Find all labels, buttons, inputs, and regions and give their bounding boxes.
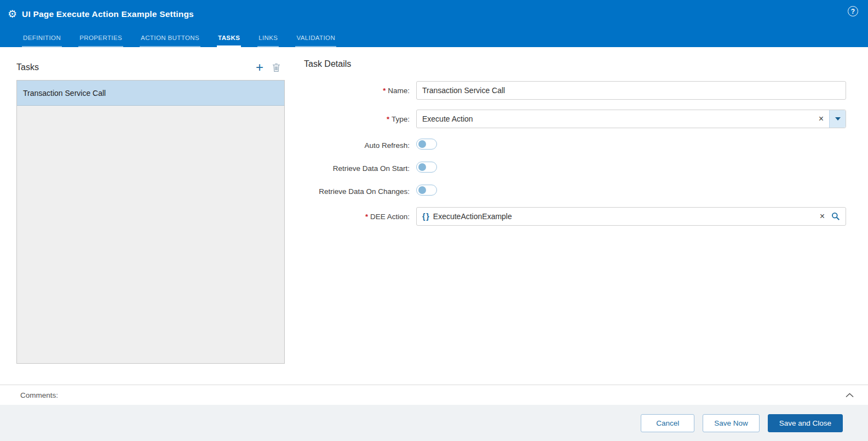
dee-action-row: * DEE Action: { } ExecuteActionExample × [304, 207, 846, 226]
settings-window: ⚙ UI Page Execute Action Example Setting… [0, 0, 868, 441]
footer: Cancel Save Now Save and Close [0, 405, 868, 441]
type-label-text: Type: [392, 115, 410, 123]
retrieve-on-changes-label-text: Retrieve Data On Changes: [319, 187, 410, 196]
braces-icon: { } [417, 212, 432, 221]
dee-action-value: ExecuteActionExample [432, 212, 814, 221]
save-now-button[interactable]: Save Now [703, 414, 760, 432]
type-control: Execute Action × [416, 110, 846, 128]
comments-bar[interactable]: Comments: [0, 385, 868, 405]
tab-bar: DEFINITION PROPERTIES ACTION BUTTONS TAS… [0, 22, 868, 47]
chevron-up-icon[interactable] [843, 391, 856, 400]
required-asterisk: * [387, 115, 389, 123]
retrieve-on-changes-control [416, 185, 846, 198]
auto-refresh-label: Auto Refresh: [304, 141, 416, 150]
dee-action-label: * DEE Action: [304, 213, 416, 221]
name-control [416, 81, 846, 100]
add-task-icon[interactable]: + [256, 62, 263, 73]
auto-refresh-control [416, 139, 846, 152]
name-input[interactable] [416, 81, 846, 100]
retrieve-on-start-control [416, 162, 846, 175]
task-details-title: Task Details [304, 59, 846, 69]
name-label: * Name: [304, 87, 416, 95]
name-label-text: Name: [388, 87, 410, 95]
type-row: * Type: Execute Action × [304, 110, 846, 128]
required-asterisk: * [365, 213, 368, 221]
task-list: Transaction Service Call [16, 80, 285, 364]
retrieve-on-start-toggle[interactable] [416, 162, 437, 173]
auto-refresh-toggle[interactable] [416, 139, 437, 150]
dee-action-lookup[interactable]: { } ExecuteActionExample × [416, 207, 846, 226]
retrieve-on-start-label: Retrieve Data On Start: [304, 164, 416, 173]
page-title: UI Page Execute Action Example Settings [22, 9, 194, 19]
dee-action-label-text: DEE Action: [370, 213, 410, 221]
dropdown-button[interactable] [829, 110, 846, 128]
clear-icon[interactable]: × [813, 110, 829, 128]
retrieve-on-changes-row: Retrieve Data On Changes: [304, 184, 846, 198]
save-and-close-button[interactable]: Save and Close [768, 414, 843, 432]
auto-refresh-label-text: Auto Refresh: [364, 141, 410, 150]
tab-validation[interactable]: VALIDATION [295, 35, 336, 47]
main-content: Tasks + Transaction Service Call Task De… [0, 47, 868, 385]
tasks-panel-actions: + [256, 62, 285, 73]
search-icon[interactable] [830, 212, 846, 221]
tab-tasks[interactable]: TASKS [217, 35, 241, 47]
auto-refresh-row: Auto Refresh: [304, 138, 846, 152]
task-list-item[interactable]: Transaction Service Call [17, 81, 284, 106]
type-combobox[interactable]: Execute Action × [416, 110, 846, 128]
retrieve-on-start-row: Retrieve Data On Start: [304, 161, 846, 175]
retrieve-on-changes-label: Retrieve Data On Changes: [304, 187, 416, 196]
name-row: * Name: [304, 81, 846, 100]
clear-icon[interactable]: × [814, 208, 830, 225]
tab-definition[interactable]: DEFINITION [22, 35, 62, 47]
type-value: Execute Action [417, 114, 813, 123]
type-label: * Type: [304, 115, 416, 123]
tasks-panel-title: Tasks [16, 62, 39, 72]
chevron-down-icon [835, 117, 841, 121]
task-details-panel: Task Details * Name: * Type: [304, 47, 846, 385]
tasks-panel: Tasks + Transaction Service Call [16, 47, 285, 385]
header: ⚙ UI Page Execute Action Example Setting… [0, 0, 868, 47]
dee-action-control: { } ExecuteActionExample × [416, 207, 846, 226]
required-asterisk: * [383, 87, 386, 95]
delete-task-icon[interactable] [272, 63, 280, 72]
title-bar: ⚙ UI Page Execute Action Example Setting… [0, 0, 868, 22]
tab-action-buttons[interactable]: ACTION BUTTONS [140, 35, 200, 47]
tab-links[interactable]: LINKS [257, 35, 279, 47]
gear-icon: ⚙ [8, 9, 17, 19]
comments-label: Comments: [20, 391, 58, 399]
tasks-panel-header: Tasks + [16, 59, 285, 76]
cancel-button[interactable]: Cancel [641, 414, 694, 432]
retrieve-on-changes-toggle[interactable] [416, 185, 437, 196]
help-icon[interactable]: ? [848, 6, 858, 16]
retrieve-on-start-label-text: Retrieve Data On Start: [333, 164, 410, 173]
tab-properties[interactable]: PROPERTIES [78, 35, 123, 47]
